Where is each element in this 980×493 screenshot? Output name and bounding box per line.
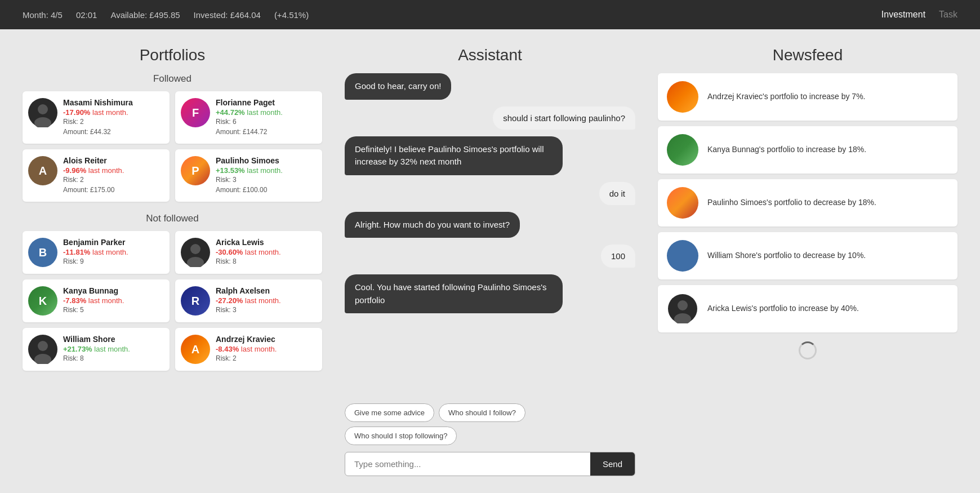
- quick-reply-button[interactable]: Who should I stop following?: [345, 427, 457, 445]
- quick-reply-button[interactable]: Who should I follow?: [439, 403, 525, 422]
- portfolio-card[interactable]: FFlorianne Paget+44.72% last month.Risk:…: [175, 91, 322, 144]
- chat-area: Good to hear, carry on!should i start fo…: [345, 73, 635, 394]
- card-performance: -27.20% last month.: [216, 296, 317, 305]
- card-performance: +44.72% last month.: [216, 108, 317, 117]
- portfolios-column: Portfolios Followed Masami Nishimura-17.…: [14, 41, 331, 482]
- portfolio-card[interactable]: Masami Nishimura-17.90% last month.Risk:…: [23, 91, 170, 144]
- avatar: A: [181, 335, 210, 364]
- card-name: Andrzej Kraviec: [216, 335, 317, 344]
- portfolio-card[interactable]: William Shore+21.73% last month.Risk: 8: [23, 328, 170, 371]
- avatar: R: [181, 286, 210, 316]
- portfolio-card[interactable]: PPaulinho Simoes+13.53% last month.Risk:…: [175, 149, 322, 202]
- card-info: Aricka Lewis-30.60% last month.Risk: 8: [216, 238, 317, 267]
- user-bubble: should i start following paulinho?: [493, 106, 635, 130]
- card-detail: Risk: 2: [216, 353, 317, 363]
- assistant-title: Assistant: [345, 46, 635, 64]
- followed-grid: Masami Nishimura-17.90% last month.Risk:…: [23, 91, 322, 202]
- news-text: Andrzej Kraviec's portfolio to increase …: [707, 91, 865, 103]
- news-text: Aricka Lewis's portfolio to increase by …: [707, 303, 859, 314]
- portfolio-card[interactable]: RRalph Axelsen-27.20% last month.Risk: 3: [175, 279, 322, 322]
- newsfeed-list: Andrzej Kraviec's portfolio to increase …: [658, 73, 957, 332]
- avatar: [667, 81, 698, 113]
- card-performance: +21.73% last month.: [63, 345, 164, 353]
- card-name: Kanya Bunnag: [63, 286, 164, 295]
- quick-replies: Give me some adviceWho should I follow?W…: [345, 403, 635, 445]
- card-detail: Risk: 8: [63, 353, 164, 363]
- card-name: Alois Reiter: [63, 156, 164, 165]
- card-name: Masami Nishimura: [63, 98, 164, 107]
- time-label: 02:01: [76, 10, 97, 20]
- send-button[interactable]: Send: [590, 452, 635, 476]
- card-info: William Shore+21.73% last month.Risk: 8: [63, 335, 164, 363]
- portfolio-card[interactable]: AAndrzej Kraviec-8.43% last month.Risk: …: [175, 328, 322, 371]
- quick-reply-button[interactable]: Give me some advice: [345, 403, 434, 422]
- change-label: (+4.51%): [274, 10, 309, 20]
- chat-input-row: Send: [345, 452, 635, 476]
- user-bubble: 100: [601, 245, 635, 268]
- portfolio-card[interactable]: BBenjamin Parker-11.81% last month.Risk:…: [23, 231, 170, 274]
- card-performance: -7.83% last month.: [63, 296, 164, 305]
- not-followed-subtitle: Not followed: [23, 213, 322, 224]
- card-info: Benjamin Parker-11.81% last month.Risk: …: [63, 238, 164, 267]
- assistant-bubble: Definitely! I believe Paulinho Simoes's …: [345, 136, 563, 175]
- avatar: A: [28, 156, 57, 185]
- news-text: William Shore's portfolio to decrease by…: [707, 250, 866, 261]
- card-detail: Risk: 3: [216, 305, 317, 315]
- news-text: Paulinho Simoes's portfolio to decrease …: [707, 197, 876, 208]
- news-text: Kanya Bunnag's portfolio to increase by …: [707, 144, 866, 156]
- loading-spinner: [799, 341, 817, 359]
- main-content: Portfolios Followed Masami Nishimura-17.…: [0, 29, 980, 493]
- card-info: Florianne Paget+44.72% last month.Risk: …: [216, 98, 317, 137]
- assistant-bubble: Alright. How much do you want to invest?: [345, 212, 520, 238]
- card-name: Ralph Axelsen: [216, 286, 317, 295]
- svg-point-10: [678, 300, 688, 310]
- avatar: [667, 240, 698, 272]
- card-performance: -8.43% last month.: [216, 345, 317, 353]
- avatar: P: [181, 156, 210, 185]
- nav-investment[interactable]: Investment: [881, 10, 925, 20]
- card-performance: -30.60% last month.: [216, 248, 317, 256]
- card-name: William Shore: [63, 335, 164, 344]
- avatar: [28, 335, 57, 364]
- chat-input[interactable]: [345, 452, 590, 476]
- portfolio-card[interactable]: Aricka Lewis-30.60% last month.Risk: 8: [175, 231, 322, 274]
- avatar: [667, 187, 698, 219]
- svg-point-1: [38, 104, 48, 114]
- card-performance: -9.96% last month.: [63, 166, 164, 175]
- card-name: Benjamin Parker: [63, 238, 164, 247]
- user-bubble: do it: [599, 182, 635, 205]
- app-header: Month: 4/5 02:01 Available: £495.85 Inve…: [0, 0, 980, 29]
- card-performance: -11.81% last month.: [63, 248, 164, 256]
- newsfeed-column: Newsfeed Andrzej Kraviec's portfolio to …: [649, 41, 966, 482]
- avatar: [28, 98, 57, 127]
- assistant-column: Assistant Good to hear, carry on!should …: [331, 41, 649, 482]
- portfolio-card[interactable]: KKanya Bunnag-7.83% last month.Risk: 5: [23, 279, 170, 322]
- card-info: Paulinho Simoes+13.53% last month.Risk: …: [216, 156, 317, 195]
- assistant-bubble: Cool. You have started following Paulinh…: [345, 274, 563, 313]
- card-performance: -17.90% last month.: [63, 108, 164, 117]
- avatar: B: [28, 238, 57, 267]
- card-name: Aricka Lewis: [216, 238, 317, 247]
- followed-subtitle: Followed: [23, 73, 322, 85]
- card-info: Andrzej Kraviec-8.43% last month.Risk: 2: [216, 335, 317, 363]
- card-detail: Risk: 9: [63, 256, 164, 267]
- spinner-area: [658, 341, 957, 359]
- header-stats: Month: 4/5 02:01 Available: £495.85 Inve…: [23, 10, 309, 20]
- news-item: Andrzej Kraviec's portfolio to increase …: [658, 73, 957, 121]
- avatar: [181, 238, 210, 267]
- card-detail: Risk: 2Amount: £44.32: [63, 117, 164, 137]
- invested-label: Invested: £464.04: [194, 10, 261, 20]
- not-followed-grid: BBenjamin Parker-11.81% last month.Risk:…: [23, 231, 322, 371]
- svg-point-7: [38, 341, 48, 351]
- card-detail: Risk: 2Amount: £175.00: [63, 175, 164, 195]
- news-item: Paulinho Simoes's portfolio to decrease …: [658, 179, 957, 226]
- card-detail: Risk: 8: [216, 256, 317, 267]
- card-detail: Risk: 5: [63, 305, 164, 315]
- nav-task[interactable]: Task: [939, 10, 957, 20]
- portfolios-title: Portfolios: [23, 46, 322, 64]
- main-nav: Investment Task: [881, 10, 957, 20]
- card-info: Kanya Bunnag-7.83% last month.Risk: 5: [63, 286, 164, 315]
- portfolio-card[interactable]: AAlois Reiter-9.96% last month.Risk: 2Am…: [23, 149, 170, 202]
- card-info: Ralph Axelsen-27.20% last month.Risk: 3: [216, 286, 317, 315]
- news-item: Kanya Bunnag's portfolio to increase by …: [658, 126, 957, 174]
